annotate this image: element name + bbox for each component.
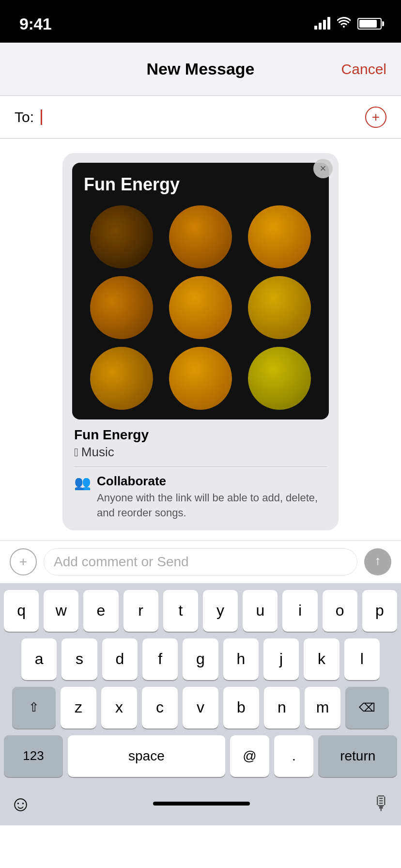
wifi-icon <box>337 17 351 31</box>
music-share-card: Fun Energy × Fun Energy <box>62 153 339 530</box>
key-j[interactable]: j <box>263 638 299 680</box>
battery-icon <box>357 18 382 30</box>
key-w[interactable]: w <box>44 590 78 632</box>
card-title: Fun Energy <box>74 427 327 443</box>
key-o[interactable]: o <box>323 590 357 632</box>
collaborate-section: 👥 Collaborate Anyone with the link will … <box>74 474 327 521</box>
key-at[interactable]: @ <box>230 735 269 777</box>
cancel-button[interactable]: Cancel <box>341 61 386 78</box>
signal-icon <box>314 18 330 30</box>
key-f[interactable]: f <box>142 638 178 680</box>
album-art-circles <box>72 163 329 419</box>
key-p[interactable]: p <box>362 590 397 632</box>
media-add-button[interactable]: + <box>10 548 37 575</box>
key-k[interactable]: k <box>304 638 339 680</box>
key-numbers[interactable]: 123 <box>4 735 63 777</box>
key-i[interactable]: i <box>282 590 317 632</box>
close-card-button[interactable]: × <box>313 159 333 178</box>
status-time: 9:41 <box>19 15 51 33</box>
key-u[interactable]: u <box>243 590 278 632</box>
key-t[interactable]: t <box>163 590 198 632</box>
keyboard: q w e r t y u i o p a s d f g h j k l ⇧ … <box>0 583 401 788</box>
keyboard-bottom-bar: ☺ 🎙 <box>0 788 401 825</box>
page-title: New Message <box>147 60 255 78</box>
key-return[interactable]: return <box>318 735 397 777</box>
key-space[interactable]: space <box>68 735 225 777</box>
collaborate-title: Collaborate <box>97 474 327 489</box>
home-indicator <box>153 802 250 806</box>
key-e[interactable]: e <box>83 590 118 632</box>
add-recipient-button[interactable]: + <box>365 107 386 128</box>
comment-input[interactable]: Add comment or Send <box>44 548 357 575</box>
key-dot[interactable]: . <box>274 735 313 777</box>
emoji-button[interactable]: ☺ <box>10 791 31 816</box>
to-field: To: + <box>0 96 401 139</box>
card-info: Fun Energy  Music 👥 Collaborate Anyone … <box>72 427 329 521</box>
message-area: Fun Energy × Fun Energy <box>0 139 401 540</box>
to-label: To: <box>15 109 34 125</box>
key-z[interactable]: z <box>61 687 96 728</box>
text-cursor <box>41 109 42 125</box>
key-l[interactable]: l <box>344 638 380 680</box>
keyboard-row-2: a s d f g h j k l <box>4 638 397 680</box>
key-h[interactable]: h <box>223 638 259 680</box>
key-delete[interactable]: ⌫ <box>345 687 389 728</box>
key-shift[interactable]: ⇧ <box>12 687 56 728</box>
status-icons <box>314 17 382 31</box>
keyboard-row-1: q w e r t y u i o p <box>4 590 397 632</box>
collaborate-icon: 👥 <box>74 475 91 521</box>
key-c[interactable]: c <box>142 687 178 728</box>
microphone-icon[interactable]: 🎙 <box>372 792 391 814</box>
nav-header: New Message Cancel <box>0 43 401 96</box>
key-y[interactable]: y <box>203 590 238 632</box>
send-icon: ↑ <box>375 553 381 568</box>
key-m[interactable]: m <box>305 687 340 728</box>
key-n[interactable]: n <box>264 687 300 728</box>
key-s[interactable]: s <box>62 638 97 680</box>
apple-music-label:  Music <box>74 445 327 460</box>
key-g[interactable]: g <box>183 638 218 680</box>
key-x[interactable]: x <box>101 687 137 728</box>
input-bar: + Add comment or Send ↑ <box>0 540 401 583</box>
keyboard-row-3: ⇧ z x c v b n m ⌫ <box>4 687 397 728</box>
album-art: Fun Energy <box>72 163 329 419</box>
key-r[interactable]: r <box>123 590 158 632</box>
apple-logo-icon:  <box>74 446 78 459</box>
collaborate-desc: Anyone with the link will be able to add… <box>97 491 327 521</box>
keyboard-row-4: 123 space @ . return <box>4 735 397 777</box>
key-v[interactable]: v <box>183 687 218 728</box>
send-button[interactable]: ↑ <box>364 548 391 575</box>
card-divider <box>74 466 327 467</box>
status-bar: 9:41 <box>0 0 401 43</box>
key-d[interactable]: d <box>102 638 138 680</box>
key-q[interactable]: q <box>4 590 39 632</box>
key-a[interactable]: a <box>21 638 57 680</box>
album-title-overlay: Fun Energy <box>84 174 180 195</box>
key-b[interactable]: b <box>223 687 259 728</box>
